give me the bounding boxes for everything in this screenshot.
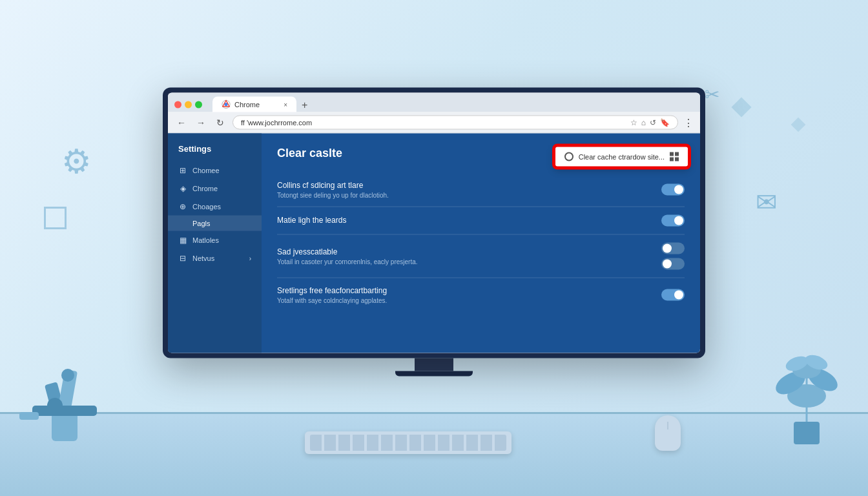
settings-row-title-0: Collins cf sdlcing art tlare [277, 181, 651, 190]
settings-row-desc-0: Totongt siee deling yo up for dlaclotioh… [277, 192, 651, 199]
svg-rect-5 [32, 406, 97, 416]
monitor: Chrome × + ← → ↻ ff 'www.jochrrome.com ☆… [163, 88, 705, 358]
browser-tab[interactable]: Chrome × [212, 97, 296, 112]
tab-close-icon[interactable]: × [284, 101, 287, 108]
settings-row-content-0: Collins cf sdlcing art tlare Totongt sie… [277, 181, 651, 199]
keyboard [305, 431, 512, 454]
cache-circle-icon [564, 152, 574, 161]
chomee-icon: ⊞ [178, 166, 187, 175]
sidebar-item-label-choages: Choages [192, 203, 221, 211]
sidebar-item-choages[interactable]: ⊕ Choages [168, 198, 262, 216]
sidebar-item-label-matloles: Matloles [192, 236, 219, 244]
settings-row-title-2: Sad jvesscatlable [277, 247, 651, 256]
back-button[interactable]: ← [174, 116, 189, 130]
more-options-button[interactable]: ⋮ [683, 116, 694, 129]
matloles-icon: ▦ [178, 236, 187, 245]
toggle-2b[interactable] [661, 258, 685, 270]
settings-row-3: Sretlings free feacfoncartbarting Yotalf… [277, 278, 685, 312]
star-icon[interactable]: ☆ [630, 118, 637, 127]
cache-grid-icon [670, 152, 679, 161]
sidebar-item-netvus[interactable]: ⊟ Netvus › [168, 249, 262, 267]
sidebar-item-matloles[interactable]: ▦ Matloles [168, 231, 262, 249]
clear-cache-label: Clear cache ctrardow site... [579, 153, 665, 161]
settings-sidebar: Settings ⊞ Chomee ◈ Chrome ⊕ Choages P [168, 134, 262, 353]
new-tab-button[interactable]: + [298, 99, 311, 111]
chrome-favicon [222, 100, 231, 109]
svg-rect-7 [794, 422, 820, 444]
toggle-knob-2a [663, 244, 672, 253]
diamond-decoration-1 [731, 97, 751, 117]
sidebar-item-label-pagls: Pagls [192, 220, 211, 227]
settings-row-content-1: Matie ligh the leards [277, 215, 651, 226]
robot-arm [13, 280, 116, 448]
svg-point-4 [61, 369, 74, 382]
toggle-knob-0 [674, 185, 683, 194]
monitor-base [395, 371, 473, 377]
main-content: Clear caslte Clear cache ctrardow site..… [262, 134, 700, 353]
bookmark-icon[interactable]: 🔖 [660, 118, 670, 127]
gear-decoration: ⚙ [61, 142, 100, 181]
square-decoration [44, 207, 67, 229]
traffic-lights [174, 101, 202, 108]
settings-row-desc-3: Yotalf with saye coldnclaying agplates. [277, 297, 651, 304]
browser-titlebar: Chrome × + [168, 93, 700, 112]
sidebar-item-chomee[interactable]: ⊞ Chomee [168, 161, 262, 180]
settings-row-content-2: Sad jvesscatlable Yotail in casoter yur … [277, 247, 651, 265]
monitor-stand [415, 358, 453, 371]
netvus-icon: ⊟ [178, 254, 187, 263]
toggle-2a[interactable] [661, 243, 685, 254]
browser-content: Settings ⊞ Chomee ◈ Chrome ⊕ Choages P [168, 134, 700, 353]
sidebar-item-pagls[interactable]: Pagls [168, 216, 262, 231]
url-text: ff 'www.jochrrome.com [241, 119, 626, 127]
settings-row-desc-2: Yotail in casoter yur cornorenlnis, eacl… [277, 258, 651, 265]
refresh-button[interactable]: ↻ [213, 116, 227, 130]
maximize-button[interactable] [195, 101, 202, 108]
chrome-nav-icon: ◈ [178, 184, 187, 193]
clear-cache-button[interactable]: Clear cache ctrardow site... [553, 145, 690, 169]
desk-surface [0, 412, 868, 496]
settings-row-title-3: Sretlings free feacfoncartbarting [277, 286, 651, 295]
sidebar-item-label-netvus: Netvus [192, 254, 214, 262]
toggle-1[interactable] [661, 215, 685, 227]
monitor-screen: Chrome × + ← → ↻ ff 'www.jochrrome.com ☆… [168, 93, 700, 353]
monitor-container: Chrome × + ← → ↻ ff 'www.jochrrome.com ☆… [163, 88, 705, 377]
diamond-decoration-2 [791, 118, 806, 132]
plant [771, 331, 842, 448]
settings-row-0: Collins cf sdlcing art tlare Totongt sie… [277, 173, 685, 207]
sidebar-title: Settings [168, 144, 262, 161]
url-action-icons: ☆ ⌂ ↺ 🔖 [630, 118, 670, 127]
home-icon[interactable]: ⌂ [641, 118, 646, 127]
close-button[interactable] [174, 101, 181, 108]
tab-title: Chrome [234, 101, 260, 108]
url-input[interactable]: ff 'www.jochrrome.com ☆ ⌂ ↺ 🔖 [232, 116, 678, 130]
toggle-knob-1 [674, 216, 683, 225]
toggle-0[interactable] [661, 184, 685, 196]
history-icon[interactable]: ↺ [650, 118, 656, 127]
sidebar-item-chrome[interactable]: ◈ Chrome [168, 180, 262, 198]
settings-row-2: Sad jvesscatlable Yotail in casoter yur … [277, 235, 685, 278]
sidebar-item-label-chomee: Chomee [192, 167, 220, 174]
toggle-3[interactable] [661, 289, 685, 301]
tab-bar: Chrome × + [212, 97, 311, 112]
settings-row-content-3: Sretlings free feacfoncartbarting Yotalf… [277, 286, 651, 304]
address-bar: ← → ↻ ff 'www.jochrrome.com ☆ ⌂ ↺ 🔖 ⋮ [168, 112, 700, 134]
toggle-knob-3 [674, 291, 683, 300]
sidebar-item-label-chrome: Chrome [192, 185, 218, 192]
settings-row-title-1: Matie ligh the leards [277, 215, 651, 224]
choages-icon: ⊕ [178, 202, 187, 211]
cursor-decoration: ✂ [705, 84, 719, 105]
minimize-button[interactable] [185, 101, 192, 108]
forward-button[interactable]: → [194, 116, 208, 130]
svg-rect-6 [19, 412, 39, 420]
toggle-knob-2b [663, 260, 672, 269]
mouse [655, 415, 681, 451]
settings-row-1: Matie ligh the leards [277, 207, 685, 235]
envelope-decoration: ✉ [756, 187, 778, 217]
netvus-arrow-icon: › [249, 254, 251, 262]
